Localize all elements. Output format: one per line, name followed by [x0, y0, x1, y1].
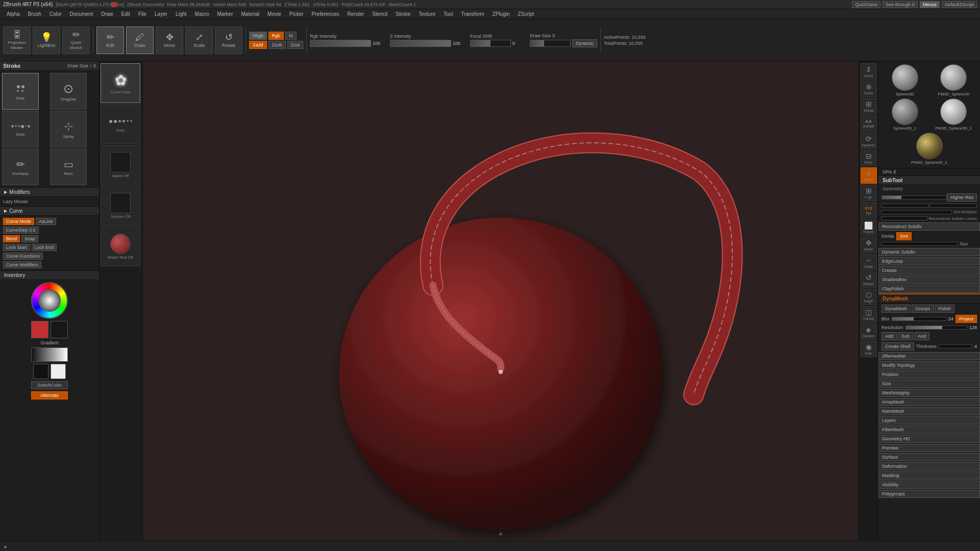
menu-macro[interactable]: Macro	[191, 10, 213, 18]
menu-texture[interactable]: Texture	[415, 10, 439, 18]
menu-alpha[interactable]: Alpha	[3, 10, 23, 18]
menu-tool[interactable]: Tool	[440, 10, 456, 18]
texture-off-brush[interactable]: Texture Off	[101, 186, 140, 226]
groups-button[interactable]: Groups	[912, 305, 934, 313]
curve-functions-button[interactable]: Curve Functions	[3, 253, 43, 260]
fiber-mesh-button[interactable]: FiberMesh	[878, 425, 980, 434]
floor-icon-btn[interactable]: ⊟ Floor	[861, 150, 877, 166]
dots-brush[interactable]: Dots	[101, 104, 140, 144]
focal-shift-track[interactable]	[470, 40, 511, 47]
solo-icon-btn[interactable]: ◉ Solo	[861, 341, 877, 357]
menu-preferences[interactable]: Preferences	[308, 10, 343, 18]
color-bg-preview[interactable]	[51, 321, 68, 338]
quick-sketch-button[interactable]: ✏ Quick Sketch	[62, 27, 90, 54]
alpha-off-brush[interactable]: Alpha Off	[101, 145, 140, 185]
crease-button[interactable]: Crease	[878, 266, 980, 274]
scroll-icon-btn[interactable]: ⇕ Scroll	[861, 63, 877, 80]
menu-draw[interactable]: Draw	[97, 10, 116, 18]
bad-lower-track[interactable]	[881, 210, 952, 214]
menu-edit[interactable]: Edit	[118, 10, 134, 18]
edit-button[interactable]: ✏ Edit	[96, 27, 124, 54]
menu-file[interactable]: File	[135, 10, 150, 18]
mrgb-button[interactable]: Mrgb	[249, 32, 267, 40]
zoom-icon-btn[interactable]: ⊕ Zoom	[861, 81, 877, 97]
and-button[interactable]: And	[914, 332, 929, 340]
curve-modifiers-button[interactable]: Curve Modifiers	[3, 261, 41, 268]
menu-zplugin[interactable]: ZPlugin	[489, 10, 513, 18]
rgb-intensity-track[interactable]	[310, 40, 371, 47]
m-button[interactable]: M	[285, 32, 297, 40]
preview-button[interactable]: Preview	[878, 444, 980, 452]
position-button[interactable]: Position	[878, 370, 980, 379]
blur-track[interactable]	[892, 317, 946, 321]
draw-size-track[interactable]	[530, 40, 571, 47]
dynamic2-icon-btn[interactable]: ◈ Dynami	[861, 323, 877, 340]
modifiers-header[interactable]: ▶ Modifiers	[0, 187, 99, 197]
scale-button[interactable]: ⤢ Scale	[185, 27, 213, 54]
zcut-button[interactable]: Zcut	[287, 41, 304, 49]
aahalf-icon-btn[interactable]: AA AAHalf	[861, 115, 877, 132]
project-button[interactable]: Project	[955, 315, 977, 323]
swatch-black[interactable]	[33, 364, 48, 379]
menu-marker[interactable]: Marker	[213, 10, 236, 18]
pm3d-1-picker[interactable]: PM3D_Sphere3D_1	[930, 98, 977, 131]
xyz-icon-btn[interactable]: XYZ Xyz	[861, 202, 877, 218]
curve-tube-brush[interactable]: ✿ CurveTube	[101, 63, 140, 103]
rotate2-icon-btn[interactable]: ↺ Rotate	[861, 271, 877, 288]
brush-dots[interactable]: Dots	[2, 73, 39, 110]
menu-layer[interactable]: Layer	[151, 10, 171, 18]
z-intensity-track[interactable]	[390, 40, 451, 47]
edgeloop-button[interactable]: EdgeLoop	[878, 257, 980, 265]
sphere3d-picker[interactable]: Sphere3D	[881, 64, 928, 96]
rgb-button[interactable]: Rgb	[268, 32, 284, 40]
menu-brush[interactable]: Brush	[24, 10, 45, 18]
zremesher-button[interactable]: ZRemesher	[878, 352, 980, 360]
lock-start-button[interactable]: Lock Start	[3, 244, 30, 251]
sphere3d-1-picker[interactable]: Sphere3D_1	[881, 98, 928, 131]
deformation-button[interactable]: Deformation	[878, 462, 980, 470]
subdiv-slider[interactable]	[881, 204, 929, 208]
rotate-button[interactable]: ↺ Rotate	[215, 27, 242, 54]
gradient-bar[interactable]	[31, 347, 68, 362]
snap-button[interactable]: Snap	[21, 235, 38, 242]
menu-movie[interactable]: Movie	[264, 10, 285, 18]
frame-icon-btn[interactable]: ⬜ Frame	[861, 219, 877, 236]
polish-button[interactable]: Polish	[935, 305, 955, 313]
subtool-header[interactable]: SubTool	[878, 176, 980, 185]
curve-step-button[interactable]: CurveStep 0.5	[3, 227, 39, 234]
add-button[interactable]: Add	[881, 332, 897, 340]
layers-button[interactable]: Layers	[878, 416, 980, 424]
menu-light[interactable]: Light	[172, 10, 190, 18]
lightbox-button[interactable]: 💡 LightBox	[33, 27, 60, 54]
brush-rect[interactable]: ▭ Rect	[50, 148, 87, 185]
material-brush[interactable]: Mater Red Dif	[101, 227, 140, 266]
surface-button[interactable]: Surface	[878, 453, 980, 461]
dynamesh-button[interactable]: DynaMesh	[881, 305, 911, 313]
menu-render[interactable]: Render	[344, 10, 368, 18]
transp-icon-btn[interactable]: ◫ Transp	[861, 306, 877, 322]
menu-transform[interactable]: Transform	[457, 10, 487, 18]
resolution-track[interactable]	[905, 325, 967, 330]
thickness-track[interactable]	[939, 344, 972, 348]
menu-stroke[interactable]: Stroke	[392, 10, 414, 18]
smt-button[interactable]: Smt	[896, 232, 912, 240]
dynamic-subdiv-button[interactable]: Dynamic Subdiv	[878, 248, 980, 256]
pm3d-sphere30-picker[interactable]: PM3D_Sphere30	[930, 64, 977, 96]
create-shell-button[interactable]: Create Shell	[881, 342, 914, 350]
geometry-hd-button[interactable]: Geometry HD	[878, 435, 980, 443]
pm3d-2-picker[interactable]: PM3D_Sphere30_2	[881, 133, 977, 165]
nav-arrow[interactable]: ▲	[498, 530, 504, 537]
as-line-button[interactable]: AsLine	[36, 218, 56, 225]
move-button[interactable]: ✥ Move	[156, 27, 183, 54]
inventory-header[interactable]: Inventory	[0, 270, 99, 280]
see-through-button[interactable]: See-through 0	[883, 1, 918, 8]
reconstruct-subdiv-button[interactable]: Reconstruct Subdiv	[878, 222, 980, 231]
nano-mesh-button[interactable]: NanoMesh	[878, 407, 980, 415]
dynamic-button[interactable]: Dynamic	[572, 39, 597, 47]
modify-topology-button[interactable]: Modify Topology	[878, 361, 980, 369]
actual-icon-btn[interactable]: ⊞ Actual	[861, 98, 877, 114]
menus-button[interactable]: Menus	[920, 1, 940, 8]
bend-button[interactable]: Bend	[3, 235, 20, 242]
scroll2-icon-btn[interactable]: ≡ Scroll	[861, 167, 877, 184]
quicksave-button[interactable]: QuickSave	[852, 1, 880, 8]
